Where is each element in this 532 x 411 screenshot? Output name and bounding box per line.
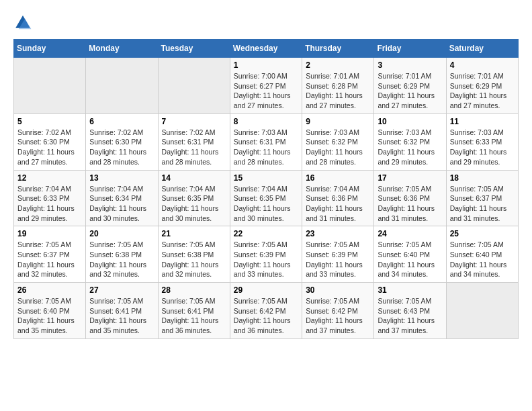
- calendar-cell: 12Sunrise: 7:04 AMSunset: 6:33 PMDayligh…: [14, 170, 86, 226]
- day-number: 18: [450, 173, 515, 183]
- calendar-cell: 30Sunrise: 7:05 AMSunset: 6:42 PMDayligh…: [302, 283, 374, 339]
- calendar-cell: 10Sunrise: 7:03 AMSunset: 6:32 PMDayligh…: [374, 113, 446, 170]
- day-number: 23: [306, 229, 370, 238]
- calendar-cell: 20Sunrise: 7:05 AMSunset: 6:38 PMDayligh…: [86, 226, 158, 283]
- day-info: Sunrise: 7:05 AMSunset: 6:40 PMDaylight:…: [450, 240, 515, 279]
- day-info: Sunrise: 7:05 AMSunset: 6:43 PMDaylight:…: [378, 296, 442, 336]
- calendar-week-row: 5Sunrise: 7:02 AMSunset: 6:30 PMDaylight…: [14, 113, 519, 170]
- day-number: 12: [17, 173, 82, 183]
- calendar-cell: 9Sunrise: 7:03 AMSunset: 6:32 PMDaylight…: [302, 113, 374, 170]
- calendar-cell: 5Sunrise: 7:02 AMSunset: 6:30 PMDaylight…: [14, 113, 86, 170]
- day-info: Sunrise: 7:00 AMSunset: 6:27 PMDaylight:…: [234, 71, 298, 111]
- day-number: 27: [89, 285, 154, 295]
- calendar-cell: 21Sunrise: 7:05 AMSunset: 6:38 PMDayligh…: [158, 226, 230, 283]
- day-header-tuesday: Tuesday: [158, 40, 230, 58]
- day-header-saturday: Saturday: [446, 40, 518, 58]
- day-info: Sunrise: 7:03 AMSunset: 6:33 PMDaylight:…: [450, 128, 515, 167]
- calendar-cell: 25Sunrise: 7:05 AMSunset: 6:40 PMDayligh…: [446, 226, 518, 283]
- day-info: Sunrise: 7:01 AMSunset: 6:28 PMDaylight:…: [306, 71, 370, 111]
- day-number: 11: [450, 117, 515, 126]
- day-info: Sunrise: 7:05 AMSunset: 6:37 PMDaylight:…: [17, 240, 82, 279]
- calendar-cell: 2Sunrise: 7:01 AMSunset: 6:28 PMDaylight…: [302, 58, 374, 114]
- calendar-cell: [446, 283, 518, 339]
- calendar-cell: 24Sunrise: 7:05 AMSunset: 6:40 PMDayligh…: [374, 226, 446, 283]
- day-info: Sunrise: 7:02 AMSunset: 6:30 PMDaylight:…: [17, 128, 82, 167]
- calendar-cell: 18Sunrise: 7:05 AMSunset: 6:37 PMDayligh…: [446, 170, 518, 226]
- day-info: Sunrise: 7:01 AMSunset: 6:29 PMDaylight:…: [378, 71, 442, 111]
- calendar-cell: 11Sunrise: 7:03 AMSunset: 6:33 PMDayligh…: [446, 113, 518, 170]
- day-number: 21: [162, 229, 226, 238]
- logo-icon: [13, 13, 32, 32]
- day-header-wednesday: Wednesday: [230, 40, 302, 58]
- logo: [13, 13, 35, 32]
- day-header-thursday: Thursday: [302, 40, 374, 58]
- calendar-cell: 29Sunrise: 7:05 AMSunset: 6:42 PMDayligh…: [230, 283, 302, 339]
- day-info: Sunrise: 7:05 AMSunset: 6:39 PMDaylight:…: [234, 240, 298, 279]
- day-info: Sunrise: 7:04 AMSunset: 6:35 PMDaylight:…: [234, 184, 298, 224]
- calendar-cell: 6Sunrise: 7:02 AMSunset: 6:30 PMDaylight…: [86, 113, 158, 170]
- day-info: Sunrise: 7:05 AMSunset: 6:42 PMDaylight:…: [234, 296, 298, 336]
- day-info: Sunrise: 7:05 AMSunset: 6:37 PMDaylight:…: [450, 184, 515, 224]
- calendar-cell: 17Sunrise: 7:05 AMSunset: 6:36 PMDayligh…: [374, 170, 446, 226]
- day-info: Sunrise: 7:05 AMSunset: 6:40 PMDaylight:…: [378, 240, 442, 279]
- calendar-cell: 1Sunrise: 7:00 AMSunset: 6:27 PMDaylight…: [230, 58, 302, 114]
- calendar-table: SundayMondayTuesdayWednesdayThursdayFrid…: [13, 39, 519, 339]
- day-number: 31: [378, 285, 442, 295]
- day-info: Sunrise: 7:04 AMSunset: 6:34 PMDaylight:…: [89, 184, 154, 224]
- day-info: Sunrise: 7:03 AMSunset: 6:31 PMDaylight:…: [234, 128, 298, 167]
- day-number: 19: [17, 229, 82, 238]
- day-number: 17: [378, 173, 442, 183]
- day-info: Sunrise: 7:02 AMSunset: 6:31 PMDaylight:…: [162, 128, 226, 167]
- calendar-cell: 14Sunrise: 7:04 AMSunset: 6:35 PMDayligh…: [158, 170, 230, 226]
- calendar-cell: 19Sunrise: 7:05 AMSunset: 6:37 PMDayligh…: [14, 226, 86, 283]
- day-info: Sunrise: 7:01 AMSunset: 6:29 PMDaylight:…: [450, 71, 515, 111]
- day-number: 14: [162, 173, 226, 183]
- day-info: Sunrise: 7:05 AMSunset: 6:39 PMDaylight:…: [306, 240, 370, 279]
- day-info: Sunrise: 7:03 AMSunset: 6:32 PMDaylight:…: [378, 128, 442, 167]
- calendar-cell: 31Sunrise: 7:05 AMSunset: 6:43 PMDayligh…: [374, 283, 446, 339]
- day-number: 26: [17, 285, 82, 295]
- day-number: 5: [17, 117, 82, 126]
- calendar-cell: 22Sunrise: 7:05 AMSunset: 6:39 PMDayligh…: [230, 226, 302, 283]
- day-number: 9: [306, 117, 370, 126]
- day-number: 22: [234, 229, 298, 238]
- day-number: 24: [378, 229, 442, 238]
- calendar-cell: 26Sunrise: 7:05 AMSunset: 6:40 PMDayligh…: [14, 283, 86, 339]
- day-number: 15: [234, 173, 298, 183]
- calendar-cell: 16Sunrise: 7:04 AMSunset: 6:36 PMDayligh…: [302, 170, 374, 226]
- day-info: Sunrise: 7:05 AMSunset: 6:38 PMDaylight:…: [89, 240, 154, 279]
- day-info: Sunrise: 7:04 AMSunset: 6:36 PMDaylight:…: [306, 184, 370, 224]
- calendar-cell: 8Sunrise: 7:03 AMSunset: 6:31 PMDaylight…: [230, 113, 302, 170]
- day-info: Sunrise: 7:05 AMSunset: 6:38 PMDaylight:…: [162, 240, 226, 279]
- day-header-friday: Friday: [374, 40, 446, 58]
- calendar-cell: 4Sunrise: 7:01 AMSunset: 6:29 PMDaylight…: [446, 58, 518, 114]
- calendar-week-row: 12Sunrise: 7:04 AMSunset: 6:33 PMDayligh…: [14, 170, 519, 226]
- day-number: 1: [234, 60, 298, 70]
- day-number: 16: [306, 173, 370, 183]
- calendar-cell: 7Sunrise: 7:02 AMSunset: 6:31 PMDaylight…: [158, 113, 230, 170]
- calendar-header-row: SundayMondayTuesdayWednesdayThursdayFrid…: [14, 40, 519, 58]
- day-info: Sunrise: 7:05 AMSunset: 6:41 PMDaylight:…: [89, 296, 154, 336]
- day-number: 7: [162, 117, 226, 126]
- calendar-cell: 3Sunrise: 7:01 AMSunset: 6:29 PMDaylight…: [374, 58, 446, 114]
- day-number: 10: [378, 117, 442, 126]
- day-info: Sunrise: 7:02 AMSunset: 6:30 PMDaylight:…: [89, 128, 154, 167]
- day-number: 13: [89, 173, 154, 183]
- calendar-cell: 15Sunrise: 7:04 AMSunset: 6:35 PMDayligh…: [230, 170, 302, 226]
- calendar-week-row: 26Sunrise: 7:05 AMSunset: 6:40 PMDayligh…: [14, 283, 519, 339]
- day-info: Sunrise: 7:05 AMSunset: 6:36 PMDaylight:…: [378, 184, 442, 224]
- day-number: 2: [306, 60, 370, 70]
- day-number: 20: [89, 229, 154, 238]
- calendar-cell: [14, 58, 86, 114]
- page-header: [13, 13, 519, 32]
- day-header-sunday: Sunday: [14, 40, 86, 58]
- calendar-week-row: 1Sunrise: 7:00 AMSunset: 6:27 PMDaylight…: [14, 58, 519, 114]
- calendar-week-row: 19Sunrise: 7:05 AMSunset: 6:37 PMDayligh…: [14, 226, 519, 283]
- day-number: 25: [450, 229, 515, 238]
- day-number: 8: [234, 117, 298, 126]
- day-info: Sunrise: 7:04 AMSunset: 6:33 PMDaylight:…: [17, 184, 82, 224]
- day-number: 6: [89, 117, 154, 126]
- calendar-cell: 13Sunrise: 7:04 AMSunset: 6:34 PMDayligh…: [86, 170, 158, 226]
- calendar-cell: [158, 58, 230, 114]
- day-number: 3: [378, 60, 442, 70]
